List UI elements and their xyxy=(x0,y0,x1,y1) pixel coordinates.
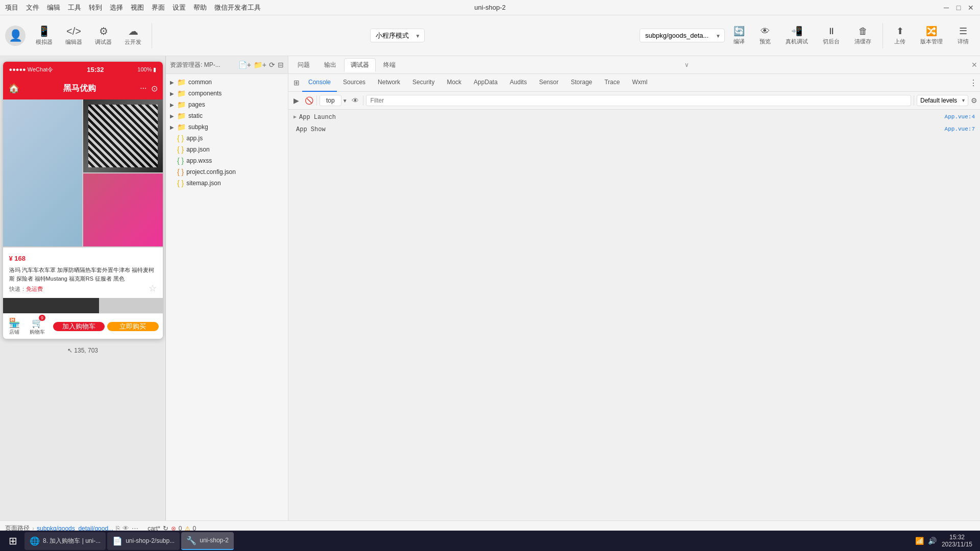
console-filter-input[interactable] xyxy=(366,95,911,106)
console-expand-arrow-1[interactable]: ▶ xyxy=(293,114,297,120)
console-settings-icon[interactable]: ⚙ xyxy=(971,96,977,105)
preview-button[interactable]: 👁 预览 xyxy=(753,23,777,48)
clear-cache-button[interactable]: 🗑 清缓存 xyxy=(848,23,877,48)
tree-item-appjson[interactable]: { } app.json xyxy=(166,144,288,155)
tab-sensor[interactable]: Sensor xyxy=(533,74,565,92)
console-loc-app-show[interactable]: App.vue:7 xyxy=(945,126,975,132)
console-eye-icon[interactable]: 👁 xyxy=(350,95,360,106)
mode-select[interactable]: 小程序模式 插件模式 xyxy=(370,29,425,42)
phone-home-icon[interactable]: 🏠 xyxy=(8,83,19,94)
phone-cart-icon-wrapper[interactable]: 🛒 9 购物车 xyxy=(26,317,49,336)
tab-storage[interactable]: Storage xyxy=(565,74,598,92)
devtools-sub-bar: ▶ 🚫 top ▼ 👁 Default levels Verbose Info … xyxy=(288,92,980,110)
tab-security-label: Security xyxy=(412,79,434,86)
cloud-button[interactable]: ☁ 云开发 xyxy=(119,22,146,48)
taskbar-start-button[interactable]: ⊞ xyxy=(3,532,23,550)
tab-network[interactable]: Network xyxy=(372,74,406,92)
console-block-icon[interactable]: 🚫 xyxy=(304,95,314,106)
upload-button[interactable]: ⬆ 上传 xyxy=(888,23,912,48)
phone-camera-icon[interactable]: ⊙ xyxy=(151,84,158,93)
menu-item-help[interactable]: 帮助 xyxy=(193,3,207,12)
phone-shop-icon-wrapper[interactable]: 🏪 店铺 xyxy=(3,317,26,336)
maximize-button[interactable]: □ xyxy=(954,4,963,12)
tree-label-sitemap: sitemap.json xyxy=(186,180,220,187)
phone-favorite-icon[interactable]: ☆ xyxy=(149,283,157,294)
console-level-select[interactable]: Default levels Verbose Info Warnings Err… xyxy=(917,95,968,106)
menu-item-view[interactable]: 视图 xyxy=(131,3,144,12)
tree-item-sitemap[interactable]: { } sitemap.json xyxy=(166,178,288,189)
tree-item-projectconfig[interactable]: { } project.config.json xyxy=(166,166,288,178)
console-context-dropdown-icon[interactable]: ▼ xyxy=(342,98,348,104)
tree-item-common[interactable]: ▶ 📁 common xyxy=(166,77,288,88)
tree-item-pages[interactable]: ▶ 📁 pages xyxy=(166,99,288,110)
compile-button[interactable]: 🔄 编译 xyxy=(727,23,751,48)
toolbar-separator-1 xyxy=(152,23,152,48)
console-line-app-launch: ▶ App Launch App.vue:4 xyxy=(288,112,980,124)
taskbar-right: 📶 🔊 15:32 2023/11/15 xyxy=(915,534,977,548)
phone-status-bar: ●●●●● WeChat令 15:32 100% ▮ xyxy=(3,62,163,77)
tab-terminal[interactable]: 终端 xyxy=(377,58,402,72)
phone-price-symbol: ¥ xyxy=(9,255,15,262)
refresh-icon[interactable]: ⟳ xyxy=(269,61,275,69)
tree-item-appjs[interactable]: { } app.js xyxy=(166,133,288,144)
tab-wxml[interactable]: Wxml xyxy=(626,74,653,92)
devtools-more-icon[interactable]: ⋮ xyxy=(969,78,977,88)
phone-buy-now-button[interactable]: 立即购买 xyxy=(107,322,159,331)
menu-item-tools[interactable]: 工具 xyxy=(68,3,81,12)
detail-button[interactable]: ☰ 详情 xyxy=(951,23,975,48)
tab-debugger[interactable]: 调试器 xyxy=(344,58,376,72)
phone-menu-icon[interactable]: ··· xyxy=(140,84,146,93)
tab-output[interactable]: 输出 xyxy=(317,58,343,72)
menu-item-edit[interactable]: 编辑 xyxy=(47,3,60,12)
menu-item-project[interactable]: 项目 xyxy=(5,3,18,12)
phone-panel: ●●●●● WeChat令 15:32 100% ▮ 🏠 黑马优购 ··· ⊙ xyxy=(0,56,166,520)
tree-arrow-subpkg: ▶ xyxy=(170,124,177,130)
tab-sources[interactable]: Sources xyxy=(337,74,372,92)
taskbar-item-chrome[interactable]: 🌐 8. 加入购物车 | uni-... xyxy=(24,532,106,550)
console-loc-app-launch[interactable]: App.vue:4 xyxy=(945,114,975,120)
tab-security[interactable]: Security xyxy=(406,74,440,92)
tree-item-static[interactable]: ▶ 📁 static xyxy=(166,110,288,121)
phone-add-cart-button[interactable]: 加入购物车 xyxy=(53,322,105,331)
tab-appdata[interactable]: AppData xyxy=(468,74,504,92)
collapse-icon[interactable]: ⊟ xyxy=(278,61,284,69)
folder-new-icon[interactable]: 📁+ xyxy=(254,61,266,69)
tree-item-components[interactable]: ▶ 📁 components xyxy=(166,88,288,99)
tab-issues[interactable]: 问题 xyxy=(291,58,316,72)
menu-item-settings[interactable]: 设置 xyxy=(173,3,186,12)
cut-off-button[interactable]: ⏸ 切后台 xyxy=(817,23,846,48)
taskbar-item-vscode[interactable]: 📄 uni-shop-2/subp... xyxy=(107,532,180,550)
tab-console[interactable]: Console xyxy=(302,74,337,92)
taskbar-item-wechat-dev[interactable]: 🔧 uni-shop-2 xyxy=(181,532,234,550)
menu-item-goto[interactable]: 转到 xyxy=(89,3,102,12)
real-device-button[interactable]: 📲 真机调试 xyxy=(779,23,814,48)
minimize-button[interactable]: ─ xyxy=(942,4,950,12)
user-avatar[interactable]: 👤 xyxy=(5,26,26,46)
menu-item-wechat-dev[interactable]: 微信开发者工具 xyxy=(214,3,261,12)
tab-expand-icon[interactable]: ∨ xyxy=(684,61,689,68)
close-button[interactable]: ✕ xyxy=(967,4,975,12)
tab-trace[interactable]: Trace xyxy=(598,74,626,92)
tab-console-label: Console xyxy=(308,79,331,86)
console-left-icon[interactable]: ⊞ xyxy=(291,79,302,87)
menu-item-select[interactable]: 选择 xyxy=(110,3,123,12)
tree-item-appwxss[interactable]: { } app.wxss xyxy=(166,155,288,166)
tab-sensor-label: Sensor xyxy=(539,79,558,86)
console-run-icon[interactable]: ▶ xyxy=(291,95,301,106)
tab-audits[interactable]: Audits xyxy=(504,74,533,92)
file-new-icon[interactable]: 📄+ xyxy=(238,61,251,69)
window-controls[interactable]: ─ □ ✕ xyxy=(942,4,975,12)
tab-mock[interactable]: Mock xyxy=(440,74,468,92)
devtools-close-icon[interactable]: ✕ xyxy=(971,61,977,69)
phone-shipping-link[interactable]: 免运费 xyxy=(26,286,43,292)
editor-button[interactable]: </> 编辑器 xyxy=(60,23,87,48)
simulator-button[interactable]: 📱 模拟器 xyxy=(31,22,58,48)
debugger-button[interactable]: ⚙ 调试器 xyxy=(90,22,117,48)
menu-item-interface[interactable]: 界面 xyxy=(152,3,165,12)
console-tab-top[interactable]: top xyxy=(320,95,341,106)
menu-bar[interactable]: 项目 文件 编辑 工具 转到 选择 视图 界面 设置 帮助 微信开发者工具 xyxy=(5,3,261,12)
tree-item-subpkg[interactable]: ▶ 📁 subpkg xyxy=(166,121,288,133)
menu-item-file[interactable]: 文件 xyxy=(26,3,39,12)
file-selector[interactable]: subpkg/goods_deta... xyxy=(640,29,725,42)
version-button[interactable]: 🔀 版本管理 xyxy=(914,23,949,48)
